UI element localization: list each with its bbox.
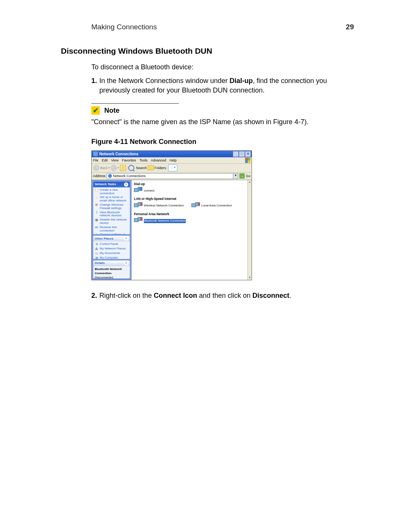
disconnected-x-icon: ✕ bbox=[197, 201, 201, 207]
address-label: Address bbox=[93, 174, 105, 178]
note-header: ✔ Note bbox=[91, 106, 354, 115]
menu-file[interactable]: File bbox=[93, 158, 99, 163]
section-heading: Disconnecting Windows Bluetooth DUN bbox=[61, 46, 354, 56]
window-titlebar[interactable]: Network Connections _ □ ✕ bbox=[92, 151, 252, 157]
address-bar: Address Network Connections ▾ → Go bbox=[92, 173, 252, 180]
place-my-computer[interactable]: 🖳My Computer bbox=[95, 256, 128, 259]
content-pane: ▴▾ Dial-up connect LAN or High-Speed Int… bbox=[131, 180, 252, 280]
folders-button[interactable]: Folders bbox=[148, 165, 166, 170]
group-dialup-header: Dial-up bbox=[134, 182, 249, 186]
connection-connect[interactable]: connect bbox=[134, 187, 155, 195]
scrollbar[interactable]: ▴▾ bbox=[247, 180, 252, 280]
task-setup-network[interactable]: ⌂Set up a home or small office network bbox=[95, 196, 128, 203]
menubar: File Edit View Favorites Tools Advanced … bbox=[92, 157, 252, 164]
search-button[interactable]: Search bbox=[128, 165, 147, 171]
place-my-network[interactable]: 🖧My Network Places bbox=[95, 247, 128, 251]
connection-local-area[interactable]: ✕ Local Area Connection bbox=[191, 202, 232, 210]
chapter-title: Making Connections bbox=[61, 23, 157, 31]
panel-network-tasks: Network Tasks » 📄Create a new connection… bbox=[93, 182, 130, 235]
up-button[interactable]: ↑ bbox=[120, 165, 126, 171]
note-text: "Connect" is the name given as the ISP N… bbox=[91, 117, 354, 126]
panel-header-tasks[interactable]: Network Tasks » bbox=[93, 182, 130, 187]
figure-window: Network Connections _ □ ✕ File Edit View… bbox=[91, 150, 252, 280]
task-rename[interactable]: abRename this connection bbox=[95, 226, 128, 233]
close-button[interactable]: ✕ bbox=[245, 151, 251, 157]
window-title: Network Connections bbox=[99, 152, 139, 157]
menu-favorites[interactable]: Favorites bbox=[122, 158, 136, 163]
titlebar-icon bbox=[93, 152, 98, 156]
step-1: 1. In the Network Connections window und… bbox=[91, 76, 354, 95]
figure-caption: Figure 4-11 Network Connection bbox=[91, 137, 354, 146]
task-view-bluetooth[interactable]: ᛒView Bluetooth network devices bbox=[95, 211, 128, 218]
menu-edit[interactable]: Edit bbox=[102, 158, 108, 163]
maximize-button[interactable]: □ bbox=[239, 151, 245, 157]
folder-icon bbox=[148, 165, 154, 170]
address-input[interactable]: Network Connections ▾ bbox=[107, 173, 238, 179]
address-dropdown[interactable]: ▾ bbox=[233, 174, 238, 179]
globe-icon bbox=[108, 174, 112, 178]
back-arrow-icon: ← bbox=[93, 165, 99, 171]
menu-view[interactable]: View bbox=[111, 158, 118, 163]
section-body: To disconnect a Bluetooth device: 1. In … bbox=[61, 62, 354, 300]
toolbar: ← Back ▾ → ▾ ↑ | Search Folders bbox=[92, 164, 252, 173]
minimize-button[interactable]: _ bbox=[233, 151, 239, 157]
connection-bluetooth-pan[interactable]: ✕ Bluetooth Network Connection bbox=[134, 217, 186, 225]
go-button[interactable]: → bbox=[239, 173, 245, 179]
group-lan-header: LAN or High-Speed Internet bbox=[134, 197, 249, 201]
tasks-pane: Network Tasks » 📄Create a new connection… bbox=[92, 180, 131, 280]
page-number: 29 bbox=[346, 23, 354, 31]
task-disable-device[interactable]: ▦Disable this network device bbox=[95, 218, 128, 225]
windows-logo-icon bbox=[245, 158, 250, 163]
back-button[interactable]: ← Back ▾ bbox=[93, 165, 110, 171]
page-header: Making Connections 29 bbox=[61, 23, 354, 31]
intro-text: To disconnect a Bluetooth device: bbox=[91, 62, 354, 72]
disconnected-x-icon: ✕ bbox=[140, 216, 143, 222]
details-name: Bluetooth Network Connection bbox=[95, 267, 128, 276]
lan-connection-icon: ✕ bbox=[191, 202, 200, 210]
place-my-documents[interactable]: 🗀My Documents bbox=[95, 252, 128, 256]
collapse-icon: » bbox=[124, 236, 128, 241]
menu-tools[interactable]: Tools bbox=[139, 158, 147, 163]
check-icon: ✔ bbox=[91, 106, 100, 115]
task-create-connection[interactable]: 📄Create a new connection bbox=[95, 189, 128, 195]
document-page: Making Connections 29 Disconnecting Wind… bbox=[0, 0, 411, 532]
collapse-icon: » bbox=[124, 182, 128, 187]
disconnected-x-icon: ✕ bbox=[140, 201, 143, 207]
details-status: Disconnected bbox=[95, 276, 128, 278]
menu-help[interactable]: Help bbox=[169, 158, 177, 163]
panel-other-places: Other Places » ⚙Control Panel 🖧My Networ… bbox=[93, 236, 130, 259]
forward-arrow-icon: → bbox=[111, 165, 117, 171]
wireless-connection-icon: ✕ bbox=[134, 202, 142, 210]
dun-connection-icon bbox=[134, 187, 142, 195]
bluetooth-connection-icon: ✕ bbox=[134, 217, 142, 225]
task-firewall-settings[interactable]: ⛨Change Windows Firewall settings bbox=[95, 203, 128, 210]
place-control-panel[interactable]: ⚙Control Panel bbox=[95, 243, 128, 246]
views-button[interactable]: ::: ▾ bbox=[168, 165, 177, 171]
note-label: Note bbox=[104, 106, 119, 115]
note-divider bbox=[91, 103, 179, 104]
connection-wireless[interactable]: ✕ Wireless Network Connection bbox=[134, 202, 184, 210]
step-2: 2. Right-click on the Connect Icon and t… bbox=[91, 291, 354, 300]
task-change-settings[interactable]: ✎Change settings of this connection bbox=[95, 233, 128, 234]
search-icon bbox=[128, 165, 134, 171]
forward-button[interactable]: → ▾ bbox=[111, 165, 119, 171]
collapse-icon: » bbox=[124, 261, 128, 265]
panel-header-places[interactable]: Other Places » bbox=[93, 236, 130, 241]
panel-header-details[interactable]: Details » bbox=[93, 260, 130, 266]
group-pan-header: Personal Area Network bbox=[134, 212, 249, 216]
panel-details: Details » Bluetooth Network Connection D… bbox=[93, 260, 130, 278]
menu-advanced[interactable]: Advanced bbox=[151, 158, 166, 163]
window-body: Network Tasks » 📄Create a new connection… bbox=[92, 180, 252, 280]
